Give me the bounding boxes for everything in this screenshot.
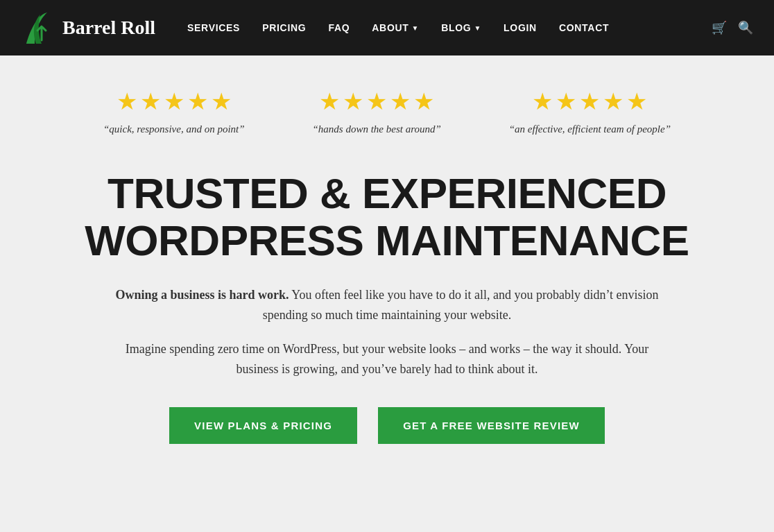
logo[interactable]: Barrel Roll <box>21 9 155 47</box>
search-icon[interactable]: 🔍 <box>738 20 753 35</box>
star: ★ <box>579 90 600 114</box>
nav-icons: 🛒 🔍 <box>712 20 753 35</box>
nav-blog[interactable]: BLOG ▼ <box>430 15 492 40</box>
reviews-section: ★ ★ ★ ★ ★ “quick, responsive, and on poi… <box>55 90 719 135</box>
stars-3: ★ ★ ★ ★ ★ <box>532 90 647 114</box>
star: ★ <box>390 90 411 114</box>
star: ★ <box>556 90 576 114</box>
nav-about[interactable]: ABOUT ▼ <box>361 15 430 40</box>
nav-contact[interactable]: CONTACT <box>548 15 620 40</box>
star: ★ <box>413 90 434 114</box>
star: ★ <box>117 90 137 114</box>
site-header: Barrel Roll SERVICES PRICING FAQ ABOUT ▼… <box>0 0 774 55</box>
cta-buttons: VIEW PLANS & PRICING GET A FREE WEBSITE … <box>55 407 719 444</box>
logo-icon <box>21 9 54 47</box>
hero-description-2: Imagine spending zero time on WordPress,… <box>103 339 671 379</box>
chevron-down-icon: ▼ <box>412 24 420 32</box>
review-item-1: ★ ★ ★ ★ ★ “quick, responsive, and on poi… <box>103 90 245 135</box>
nav-services[interactable]: SERVICES <box>176 15 251 40</box>
star: ★ <box>164 90 184 114</box>
star: ★ <box>140 90 161 114</box>
star: ★ <box>319 90 340 114</box>
nav-pricing[interactable]: PRICING <box>251 15 317 40</box>
main-nav: SERVICES PRICING FAQ ABOUT ▼ BLOG ▼ LOGI… <box>176 15 712 40</box>
hero-description-1: Owning a business is hard work. You ofte… <box>110 285 664 325</box>
nav-login[interactable]: LOGIN <box>492 15 548 40</box>
free-review-button[interactable]: GET A FREE WEBSITE REVIEW <box>378 407 605 444</box>
review-text-3: “an effective, efficient team of people” <box>509 123 671 135</box>
hero-section: TRUSTED & EXPERIENCED WORDPRESS MAINTENA… <box>55 170 719 379</box>
star: ★ <box>187 90 208 114</box>
star: ★ <box>603 90 624 114</box>
stars-1: ★ ★ ★ ★ ★ <box>117 90 232 114</box>
stars-2: ★ ★ ★ ★ ★ <box>319 90 434 114</box>
chevron-down-icon: ▼ <box>474 24 481 32</box>
star: ★ <box>343 90 363 114</box>
review-text-1: “quick, responsive, and on point” <box>103 123 245 135</box>
star: ★ <box>366 90 387 114</box>
nav-faq[interactable]: FAQ <box>317 15 361 40</box>
view-plans-button[interactable]: VIEW PLANS & PRICING <box>169 407 357 444</box>
hero-title: TRUSTED & EXPERIENCED WORDPRESS MAINTENA… <box>55 170 719 264</box>
star: ★ <box>211 90 232 114</box>
review-text-2: “hands down the best around” <box>313 123 441 135</box>
review-item-3: ★ ★ ★ ★ ★ “an effective, efficient team … <box>509 90 671 135</box>
logo-text: Barrel Roll <box>62 17 155 39</box>
star: ★ <box>532 90 553 114</box>
main-content: ★ ★ ★ ★ ★ “quick, responsive, and on poi… <box>0 55 774 532</box>
review-item-2: ★ ★ ★ ★ ★ “hands down the best around” <box>313 90 441 135</box>
cart-icon[interactable]: 🛒 <box>712 20 727 35</box>
star: ★ <box>626 90 647 114</box>
